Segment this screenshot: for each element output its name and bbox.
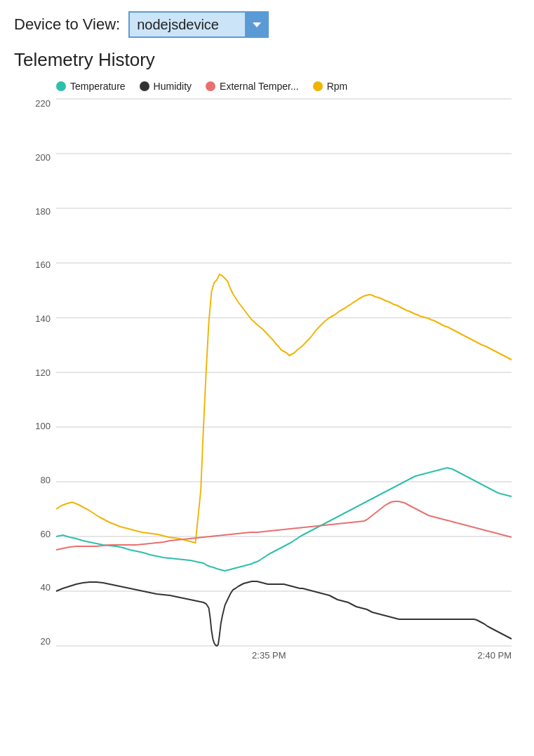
external-temp-label: External Temper... [220, 81, 299, 92]
y-label-140: 140 [14, 314, 56, 323]
chart-legend: Temperature Humidity External Temper... … [56, 81, 520, 92]
device-label: Device to View: [14, 15, 120, 34]
legend-humidity: Humidity [140, 81, 192, 92]
device-selector-row: Device to View: nodejsdevice [14, 11, 520, 38]
y-label-160: 160 [14, 260, 56, 269]
temperature-dot [56, 81, 66, 91]
y-label-120: 120 [14, 368, 56, 377]
rpm-dot [313, 81, 323, 91]
y-axis: 20 40 60 80 100 120 140 160 180 200 220 [14, 99, 56, 646]
chart-inner [56, 99, 512, 646]
page: Device to View: nodejsdevice Telemetry H… [0, 0, 534, 756]
legend-external-temp: External Temper... [206, 81, 299, 92]
device-select[interactable]: nodejsdevice [128, 11, 269, 38]
legend-rpm: Rpm [313, 81, 348, 92]
y-label-60: 60 [14, 529, 56, 539]
rpm-line [56, 274, 512, 543]
rpm-label: Rpm [327, 81, 348, 92]
y-label-180: 180 [14, 207, 56, 216]
x-label-240: 2:40 PM [478, 650, 512, 661]
temperature-label: Temperature [70, 81, 126, 92]
y-label-40: 40 [14, 583, 56, 592]
y-label-20: 20 [14, 637, 56, 646]
external-temp-line [56, 501, 512, 550]
y-label-100: 100 [14, 421, 56, 431]
humidity-dot [140, 81, 149, 91]
external-temp-dot [206, 81, 215, 91]
legend-temperature: Temperature [56, 81, 126, 92]
y-label-80: 80 [14, 475, 56, 485]
x-axis: 2:35 PM 2:40 PM [56, 646, 512, 674]
device-select-wrapper[interactable]: nodejsdevice [128, 11, 269, 38]
x-label-235: 2:35 PM [252, 650, 286, 661]
chart-svg [56, 99, 512, 646]
humidity-label: Humidity [154, 81, 192, 92]
chart-area: 20 40 60 80 100 120 140 160 180 200 220 [14, 99, 520, 674]
y-label-200: 200 [14, 153, 56, 162]
y-label-220: 220 [14, 99, 56, 108]
chart-title: Telemetry History [14, 49, 520, 71]
